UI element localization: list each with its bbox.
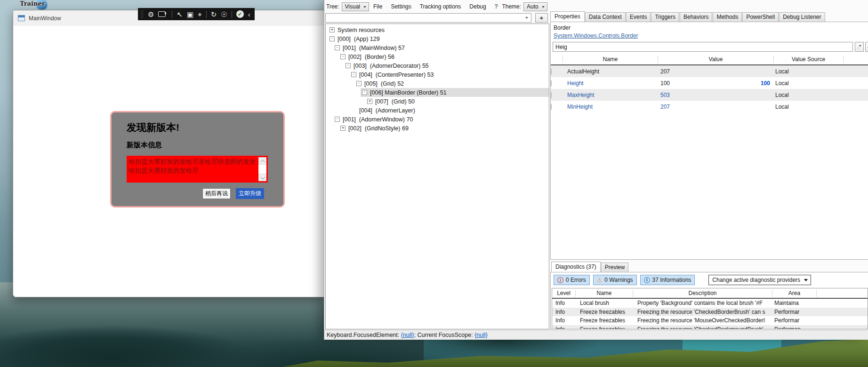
tree-item-mainborder-selected[interactable]: - [006] MainBorder (Border) 51 bbox=[326, 88, 549, 97]
tab-methods[interactable]: Methods bbox=[713, 12, 742, 22]
release-notes-box[interactable]: 哈扣篮大赛好发的发哈尽发哈尽快老师的发发哈扣篮大赛好发的发哈尽 bbox=[127, 156, 268, 183]
drag-handle[interactable] bbox=[141, 10, 144, 18]
column-name[interactable]: Name bbox=[563, 56, 658, 63]
screen-capture-icon[interactable] bbox=[158, 11, 166, 17]
tab-events[interactable]: Events bbox=[626, 12, 651, 22]
filter-options-button[interactable]: ✓ bbox=[865, 42, 868, 52]
tree-expander-icon[interactable]: + bbox=[367, 99, 372, 104]
tab-diagnostics[interactable]: Diagnostics (37) bbox=[551, 262, 601, 272]
diagnostic-row[interactable]: Info Freeze freezables Freezing the reso… bbox=[552, 316, 868, 325]
property-value[interactable]: 207 bbox=[658, 68, 774, 75]
property-pin-icon[interactable] bbox=[551, 80, 552, 87]
tab-properties[interactable]: Properties bbox=[550, 11, 585, 22]
later-button[interactable]: 稍后再说 bbox=[202, 188, 231, 199]
script-settings-icon[interactable]: ⚙ bbox=[148, 11, 154, 18]
focus-scope-link[interactable]: {null} bbox=[474, 332, 488, 338]
property-row-height[interactable]: Height 100100 Local bbox=[551, 77, 868, 89]
tree-item-adornerdecorator[interactable]: - [003] (AdornerDecorator) 55 bbox=[326, 61, 549, 70]
property-row-minheight[interactable]: MinHeight 207 Local bbox=[551, 101, 868, 112]
tab-behaviors[interactable]: Behaviors bbox=[680, 12, 712, 22]
scroll-up-button[interactable] bbox=[258, 157, 266, 165]
column-area[interactable]: Area bbox=[772, 290, 817, 297]
crosshair-pick-icon[interactable]: ⌖ bbox=[198, 11, 201, 18]
menu-help[interactable]: ? bbox=[490, 2, 502, 11]
tree-search-combobox[interactable] bbox=[325, 13, 531, 23]
tree-expander-icon[interactable]: - bbox=[330, 36, 335, 41]
focused-element-link[interactable]: {null} bbox=[401, 332, 414, 338]
tree-expander-icon[interactable]: - bbox=[335, 117, 340, 122]
tree-item-mainwindow[interactable]: - [001] (MainWindow) 57 bbox=[326, 43, 549, 52]
tree-item-adornerwindow[interactable]: - [001] (AdornerWindow) 70 bbox=[326, 115, 549, 124]
regex-filter-button[interactable]: .* bbox=[855, 42, 864, 52]
column-diag-name[interactable]: Name bbox=[576, 290, 633, 297]
scroll-down-button[interactable] bbox=[258, 174, 266, 181]
theme-combobox[interactable]: Auto bbox=[523, 2, 547, 11]
tab-data-context[interactable]: Data Context bbox=[585, 12, 626, 22]
accessibility-icon[interactable]: ☉ bbox=[221, 11, 227, 18]
errors-filter-button[interactable]: ! 0 Errors bbox=[554, 275, 590, 285]
warnings-filter-button[interactable]: ⚠ 0 Warnings bbox=[593, 275, 637, 285]
selected-type-name: Border bbox=[554, 24, 571, 31]
element-finder-button[interactable]: ⌖ bbox=[535, 13, 548, 23]
column-value[interactable]: Value bbox=[658, 56, 774, 63]
tree-expander-icon[interactable]: - bbox=[356, 81, 362, 86]
tree-mode-combobox[interactable]: Visual bbox=[342, 2, 369, 11]
release-notes-scrollbar[interactable] bbox=[258, 157, 266, 181]
tree-item-grid-inner[interactable]: + [007] (Grid) 50 bbox=[326, 97, 549, 106]
diagnostic-row[interactable]: Info Local brush Property 'Background' c… bbox=[552, 299, 868, 308]
column-level[interactable]: Level bbox=[552, 290, 576, 297]
tree-expander-icon[interactable]: - bbox=[340, 54, 346, 59]
validate-icon[interactable]: ✔ bbox=[236, 10, 244, 18]
tab-debug-listener[interactable]: Debug Listener bbox=[779, 12, 825, 22]
tree-item-contentpresenter[interactable]: - [004] (ContentPresenter) 53 bbox=[326, 70, 549, 79]
tree-expander-icon[interactable]: - bbox=[335, 45, 340, 50]
tree-expander-icon[interactable]: - bbox=[362, 90, 367, 95]
upgrade-now-button[interactable]: 立即升级 bbox=[236, 188, 264, 199]
tree-item-label: [002] (Border) 56 bbox=[348, 54, 394, 60]
tab-triggers[interactable]: Triggers bbox=[651, 12, 679, 22]
tree-expander-icon[interactable]: - bbox=[351, 72, 356, 77]
tree-item-system-resources[interactable]: + System resources bbox=[326, 25, 549, 34]
property-pin-icon[interactable] bbox=[551, 104, 552, 110]
property-pin-icon[interactable] bbox=[551, 68, 552, 75]
property-row-maxheight[interactable]: MaxHeight 503 Local bbox=[551, 89, 868, 101]
menu-tracking-options[interactable]: Tracking options bbox=[416, 2, 466, 11]
tree-expander-icon[interactable]: - bbox=[346, 63, 351, 68]
diagnostic-row[interactable]: Info Freeze freezables Freezing the reso… bbox=[552, 308, 868, 317]
visual-tree[interactable]: + System resources - [000] (App) 129 - [… bbox=[325, 24, 549, 329]
tree-item-border[interactable]: - [002] (Border) 56 bbox=[326, 52, 549, 61]
tree-item-grid[interactable]: - [005] (Grid) 52 bbox=[326, 79, 549, 88]
property-source: Local bbox=[774, 92, 844, 98]
property-value-cell[interactable]: 100100 bbox=[658, 80, 774, 87]
desktop-shortcut-trainer[interactable]: Trainer bbox=[20, 0, 47, 10]
menu-settings[interactable]: Settings bbox=[386, 2, 415, 11]
chevron-down-icon bbox=[260, 175, 265, 180]
menu-file[interactable]: File bbox=[369, 2, 386, 11]
property-value[interactable]: 207 bbox=[658, 104, 774, 110]
property-value-edit[interactable]: 100 bbox=[660, 80, 670, 87]
diagnostic-row-clipped[interactable]: Info Freeze freezables Freezing the reso… bbox=[552, 325, 868, 330]
tree-item-app[interactable]: - [000] (App) 129 bbox=[326, 34, 549, 43]
tab-powershell[interactable]: PowerShell bbox=[742, 12, 779, 22]
tree-expander-icon[interactable]: + bbox=[330, 27, 335, 32]
window-select-icon[interactable]: ▣ bbox=[187, 11, 193, 18]
selected-type-link[interactable]: System.Windows.Controls.Border bbox=[554, 32, 638, 39]
column-description[interactable]: Description bbox=[633, 290, 772, 297]
property-value[interactable]: 503 bbox=[658, 92, 774, 98]
menu-debug[interactable]: Debug bbox=[465, 2, 490, 11]
column-value-source[interactable]: Value Source bbox=[774, 56, 844, 63]
snoop-app-toolbar: ⚙ ↖ ▣ ⌖ ↻ ☉ ✔ ‹ bbox=[138, 8, 255, 20]
tab-preview[interactable]: Preview bbox=[601, 263, 629, 272]
tree-item-adornerlayer[interactable]: [004] (AdornerLayer) bbox=[326, 106, 549, 115]
property-filter-input[interactable]: Heig bbox=[553, 42, 853, 52]
refresh-icon[interactable]: ↻ bbox=[211, 11, 217, 18]
diagnostic-providers-dropdown[interactable]: Change active diagnostic providers bbox=[708, 275, 811, 285]
property-pin-icon[interactable] bbox=[551, 92, 552, 98]
pointer-select-icon[interactable]: ↖ bbox=[177, 11, 183, 18]
property-row-actualheight[interactable]: ActualHeight 207 Local bbox=[551, 65, 868, 77]
tree-expander-icon[interactable]: + bbox=[340, 126, 346, 131]
diag-level: Info bbox=[552, 309, 576, 315]
informations-filter-button[interactable]: i 37 Informations bbox=[640, 275, 695, 285]
collapse-chevron-icon[interactable]: ‹ bbox=[248, 11, 250, 18]
tree-item-gridnostyle[interactable]: + [002] (GridNoStyle) 69 bbox=[326, 124, 549, 133]
